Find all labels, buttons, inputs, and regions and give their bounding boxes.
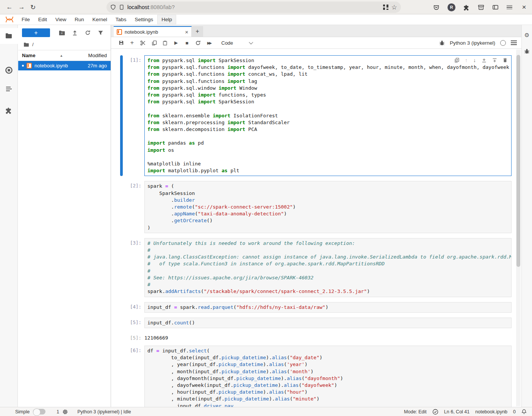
kernel-status-icon[interactable] <box>500 40 506 46</box>
delete-cell-icon[interactable] <box>503 58 507 63</box>
cursor-position[interactable]: Ln 6, Col 41 <box>444 409 469 414</box>
tab-close-icon[interactable]: × <box>185 29 188 35</box>
cell-editor[interactable]: input_df = spark.read.parquet("hdfs://hd… <box>144 302 512 313</box>
code-line: , input_df.driver_pay <box>147 403 509 407</box>
code-line: # of type scala.Function3 in instance of… <box>147 260 509 267</box>
bookmark-star-icon[interactable]: ☆ <box>391 4 397 11</box>
copy-cells-icon[interactable] <box>149 40 160 46</box>
notebook-cell[interactable]: [5]:input_df.count() <box>120 318 521 328</box>
cell-editor[interactable]: spark = ( SparkSession .builder .remote(… <box>144 181 512 233</box>
code-line <box>147 133 509 140</box>
notification-count[interactable]: 0 <box>513 409 516 414</box>
cell-toolbar: ↑↓ <box>454 57 508 64</box>
code-line: input_df.count() <box>147 319 509 326</box>
menu-help[interactable]: Help <box>157 15 176 24</box>
url-text[interactable]: localhost:8080/lab? <box>127 4 380 10</box>
menu-settings[interactable]: Settings <box>130 15 157 24</box>
kernel-name[interactable]: Python 3 (ipykernel) <box>450 40 495 46</box>
tab-notebook[interactable]: notebook.ipynb × <box>114 26 192 37</box>
page-icon[interactable] <box>119 4 124 10</box>
running-sessions-tab[interactable] <box>0 62 18 78</box>
notebook-cell[interactable]: [6]:df = input_df.select( to_date(input_… <box>120 346 521 407</box>
url-bar[interactable]: localhost:8080/lab? ☆ <box>106 2 401 13</box>
property-inspector-icon[interactable]: ⚙ <box>524 32 529 39</box>
new-tab-button[interactable]: + <box>192 26 203 37</box>
profile-avatar[interactable]: R <box>448 3 455 11</box>
scrollbar-thumb[interactable] <box>516 55 520 267</box>
restart-run-all-icon[interactable]: ▶▶ <box>203 41 214 45</box>
cell-editor[interactable]: input_df.count() <box>144 318 512 328</box>
new-launcher-button[interactable]: + <box>22 28 50 37</box>
notebook-menu-icon[interactable] <box>511 41 517 45</box>
browser-menu-icon[interactable] <box>507 5 512 9</box>
file-browser-tab[interactable] <box>0 28 18 44</box>
cut-cells-icon[interactable] <box>138 40 149 46</box>
notebook-cell[interactable]: [4]:input_df = spark.read.parquet("hdfs:… <box>120 302 521 313</box>
insert-above-icon[interactable] <box>482 58 487 63</box>
upload-icon[interactable] <box>68 30 81 36</box>
cell-editor[interactable]: # Unfortunately this is needed to work a… <box>144 238 512 297</box>
restart-kernel-icon[interactable] <box>192 40 203 46</box>
debugger-sidebar-icon[interactable] <box>524 48 530 54</box>
new-folder-icon[interactable]: + <box>55 30 68 36</box>
notebook-cell[interactable]: [2]:spark = ( SparkSession .builder .rem… <box>120 181 521 233</box>
browser-reload-icon[interactable]: ↻ <box>28 2 38 12</box>
menu-tabs[interactable]: Tabs <box>111 15 131 24</box>
table-of-contents-tab[interactable] <box>0 81 18 97</box>
refresh-icon[interactable] <box>81 30 94 36</box>
mode-indicator[interactable]: Mode: Edit <box>404 409 427 414</box>
menu-view[interactable]: View <box>51 15 70 24</box>
code-line: from sklearn.preprocessing import Standa… <box>147 119 509 126</box>
kernel-chip-icon[interactable] <box>63 409 68 414</box>
move-up-icon[interactable]: ↑ <box>465 58 468 63</box>
containers-grid-icon[interactable] <box>383 5 388 10</box>
cell-type-dropdown[interactable]: Code <box>221 40 252 46</box>
sidebars-icon[interactable] <box>492 4 499 11</box>
kernel-count[interactable]: 1 <box>56 409 59 414</box>
notebook-cell[interactable]: [3]:# Unfortunately this is needed to wo… <box>120 238 521 297</box>
debugger-bug-icon[interactable] <box>439 40 445 46</box>
paste-cells-icon[interactable] <box>160 40 171 46</box>
column-name[interactable]: Name <box>22 53 35 58</box>
bell-icon[interactable] <box>521 409 527 414</box>
column-modified[interactable]: Modified <box>88 53 107 58</box>
menu-edit[interactable]: Edit <box>34 15 51 24</box>
filter-icon[interactable] <box>94 30 107 36</box>
breadcrumb[interactable]: / <box>18 40 111 50</box>
cell-drag-handle[interactable] <box>120 55 123 176</box>
menu-run[interactable]: Run <box>70 15 88 24</box>
menu-kernel[interactable]: Kernel <box>88 15 111 24</box>
file-row-notebook[interactable]: notebook.ipynb 27m ago <box>18 61 111 70</box>
trust-shield-icon[interactable] <box>432 409 438 415</box>
statusbar-filename[interactable]: notebook.ipynb <box>475 409 507 414</box>
extension-manager-tab[interactable] <box>0 102 18 118</box>
simple-mode-toggle[interactable] <box>33 409 45 414</box>
menu-file[interactable]: File <box>17 15 34 24</box>
file-list-header[interactable]: Name ▲ Modified <box>18 50 111 61</box>
run-cell-icon[interactable]: ▶ <box>171 40 182 45</box>
stop-kernel-icon[interactable]: ■ <box>182 40 192 46</box>
notebook-cell[interactable]: [1]:from pyspark.sql import SparkSession… <box>120 55 521 176</box>
shield-icon[interactable] <box>110 4 116 10</box>
insert-below-icon[interactable] <box>492 58 497 63</box>
breadcrumb-root[interactable]: / <box>32 42 34 47</box>
cell-editor[interactable]: from pyspark.sql import SparkSessionfrom… <box>144 55 512 176</box>
extensions-puzzle-icon[interactable] <box>463 4 470 11</box>
pocket-icon[interactable] <box>433 4 440 11</box>
window-close-icon[interactable]: × <box>519 2 529 12</box>
save-icon[interactable] <box>116 40 127 45</box>
notebook-scrollbar[interactable] <box>516 50 521 406</box>
kernel-status-text[interactable]: Python 3 (ipykernel) | Idle <box>77 409 131 414</box>
code-line: # <box>147 268 509 274</box>
cell-editor[interactable]: df = input_df.select( to_date(input_df.p… <box>144 346 512 407</box>
cells: [1]:from pyspark.sql import SparkSession… <box>111 49 521 407</box>
notebook-panel: notebook.ipynb × + + ▶ ■ ▶▶ Code <box>111 25 521 407</box>
insert-cell-icon[interactable]: + <box>127 39 138 47</box>
archive-box-icon[interactable] <box>478 4 484 11</box>
duplicate-cell-icon[interactable] <box>454 58 459 63</box>
browser-forward-icon[interactable]: → <box>17 2 27 12</box>
file-modified: 27m ago <box>88 63 107 69</box>
move-down-icon[interactable]: ↓ <box>473 58 476 63</box>
cell-output[interactable]: [5]:12106669 <box>120 333 521 341</box>
browser-back-icon[interactable]: ← <box>5 2 14 12</box>
